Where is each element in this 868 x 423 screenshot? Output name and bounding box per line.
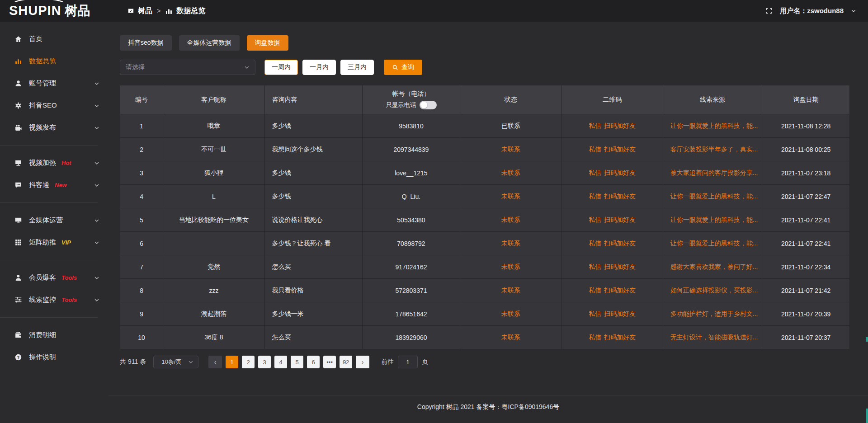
page-button-1[interactable]: 1 [226,356,238,368]
qr-cell: 私信扫码加好友 [561,185,663,208]
source-cell: 如何正确选择投影仪，买投影... [663,279,762,302]
qr-link[interactable]: 私信 [589,193,601,200]
qr-link[interactable]: 私信 [589,240,601,247]
account-cell: 183929060 [362,326,460,349]
sidebar-item-home[interactable]: 首页 [0,28,108,50]
qr-link[interactable]: 私信 [589,169,601,176]
sidebar-item-clue-monitor[interactable]: 线索监控Tools [0,289,108,311]
qr-link[interactable]: 私信 [589,122,601,129]
sidebar-item-media-operation[interactable]: 全媒体运营 [0,209,108,231]
range-button-week[interactable]: 一周内 [264,60,298,75]
source-cell: 被大家追着问的客厅投影分享... [663,161,762,185]
content-cell: 多少钱？让我死心 看 [264,232,362,255]
nickname-cell [163,232,264,255]
tab-inquiry-data[interactable]: 询盘数据 [247,35,288,51]
sidebar-item-label: 视频加热 [29,159,56,167]
sidebar-item-video-heat[interactable]: 视频加热Hot [0,152,108,174]
qr-link[interactable]: 扫码加好友 [604,310,636,317]
chevron-down-icon [94,275,99,281]
next-page-button[interactable]: › [356,356,369,368]
breadcrumb-current: 数据总览 [176,6,205,16]
source-link[interactable]: 多功能护栏灯，适用于乡村文... [670,310,758,317]
sidebar-item-video-publish[interactable]: 视频发布 [0,117,108,139]
source-link[interactable]: 让你一眼就爱上的黑科技，能... [670,193,758,200]
page-button-2[interactable]: 2 [242,356,255,368]
account-cell: Q_Liu. [362,185,460,208]
page-size-select[interactable]: 10条/页 [153,356,198,368]
qr-link[interactable]: 扫码加好友 [604,240,636,247]
sidebar-item-data-overview[interactable]: 数据总览 [0,50,108,72]
source-link[interactable]: 被大家追着问的客厅投影分享... [670,169,758,176]
qr-link[interactable]: 扫码加好友 [604,146,636,153]
sidebar-item-operation-guide[interactable]: ?操作说明 [0,346,108,368]
fullscreen-icon[interactable] [765,7,773,14]
nickname-cell: 36度 8 [163,326,264,349]
range-buttons: 一周内一月内三月内 [264,60,374,75]
date-cell: 2021-11-08 00:25 [762,138,850,161]
sidebar-item-account-management[interactable]: 账号管理 [0,72,108,94]
page-button-92[interactable]: 92 [340,356,352,368]
table-row: 3狐小狸多少钱love__1215未联系私信扫码加好友被大家追着问的客厅投影分享… [120,161,850,185]
phone-only-toggle[interactable] [420,101,437,109]
qr-link[interactable]: 扫码加好友 [604,334,636,341]
row-number-cell: 8 [120,279,163,302]
qr-link[interactable]: 私信 [589,334,601,341]
qr-link[interactable]: 扫码加好友 [604,193,636,200]
source-link[interactable]: 无主灯设计，智能磁吸轨道灯... [670,334,758,341]
date-cell: 2021-11-07 22:47 [762,185,850,208]
sidebar-item-matrix-boost[interactable]: 矩阵助推VIP [0,231,108,254]
row-number-cell: 7 [120,255,163,279]
qr-link[interactable]: 扫码加好友 [604,216,636,223]
qr-link[interactable]: 私信 [589,287,601,294]
scrollbar-thumb[interactable] [866,337,868,342]
row-number-cell: 9 [120,302,163,326]
chevron-down-icon [94,81,99,86]
page-button-5[interactable]: 5 [291,356,303,368]
qr-link[interactable]: 私信 [589,263,601,270]
page-button-6[interactable]: 6 [307,356,320,368]
account-select[interactable]: 请选择 [120,60,255,75]
qr-link[interactable]: 扫码加好友 [604,263,636,270]
wallet-icon [14,331,23,339]
sidebar-item-badge: Tools [61,274,77,281]
sidebar-item-consumption-detail[interactable]: 消费明细 [0,324,108,346]
video-camera-icon [14,124,23,132]
qr-link[interactable]: 私信 [589,310,601,317]
sidebar-item-douyin-seo[interactable]: 抖音SEO [0,94,108,117]
source-link[interactable]: 让你一眼就爱上的黑科技，能... [670,216,758,223]
scrollbar-thumb[interactable] [866,409,868,423]
page-button-4[interactable]: 4 [274,356,287,368]
source-link[interactable]: 让你一眼就爱上的黑科技，能... [670,240,758,247]
tab-douyin-seo-data[interactable]: 抖音seo数据 [120,35,172,51]
source-link[interactable]: 客厅安装投影半年多了，真实... [670,146,758,153]
search-button[interactable]: 查询 [384,60,422,75]
table-row: 4L多少钱Q_Liu.未联系私信扫码加好友让你一眼就爱上的黑科技，能...202… [120,185,850,208]
breadcrumb-root[interactable]: 树品 [138,6,152,16]
qr-link[interactable]: 扫码加好友 [604,169,636,176]
prev-page-button[interactable]: ‹ [208,356,222,368]
username[interactable]: 用户名：zswodun88 [780,7,844,15]
chevron-down-icon[interactable] [851,8,856,14]
chevron-down-icon [94,297,99,303]
nickname-cell: 当地比较能吃的一位美女 [163,208,264,232]
status-cell: 已联系 [460,114,561,138]
goto-page-input[interactable] [398,356,418,368]
qr-link[interactable]: 扫码加好友 [604,287,636,294]
range-button-month[interactable]: 一月内 [302,60,336,75]
qr-link[interactable]: 私信 [589,146,601,153]
source-link[interactable]: 让你一眼就爱上的黑科技，能... [670,122,758,129]
tab-media-operation-data[interactable]: 全媒体运营数据 [179,35,240,51]
sidebar-item-douketong[interactable]: 抖客通New [0,174,108,196]
page-ellipsis-button[interactable]: ••• [323,356,336,368]
chevron-down-icon [94,125,99,131]
main-content: 抖音seo数据全媒体运营数据询盘数据 请选择 一周内一月内三月内 查询 编号 客… [108,22,868,423]
bar-chart-icon [14,57,23,65]
qr-link[interactable]: 私信 [589,216,601,223]
sidebar-item-member-burst[interactable]: 会员爆客Tools [0,267,108,289]
phone-only-label: 只显示电话 [386,101,416,109]
range-button-quarter[interactable]: 三月内 [340,60,374,75]
source-link[interactable]: 如何正确选择投影仪，买投影... [670,287,758,294]
page-button-3[interactable]: 3 [258,356,271,368]
qr-link[interactable]: 扫码加好友 [604,122,636,129]
source-link[interactable]: 感谢大家喜欢我家，被问了好... [670,263,758,270]
